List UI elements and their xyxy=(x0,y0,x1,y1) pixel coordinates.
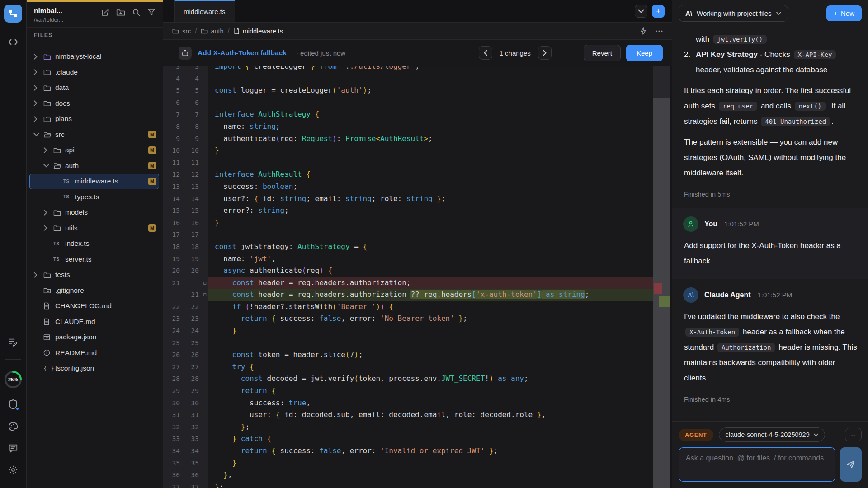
code-line[interactable]: 1515 error?: string; xyxy=(163,205,653,217)
code-line[interactable]: 1212interface AuthResult { xyxy=(163,169,653,181)
code-line[interactable]: 2424 } xyxy=(163,325,653,337)
code-line[interactable]: 2828 const decoded = jwt.verify(token, p… xyxy=(163,373,653,385)
tree-item-package-json[interactable]: package.json xyxy=(29,329,159,345)
diff-title[interactable]: Add X-Auth-Token fallback xyxy=(198,49,287,57)
code-line[interactable]: 88 name: string; xyxy=(163,121,653,133)
code-line[interactable]: 3131 user: { id: decoded.sub, email: dec… xyxy=(163,409,653,421)
breadcrumb-auth[interactable]: auth xyxy=(201,28,223,35)
code-line[interactable]: 99 authenticate(req: Request): Promise<A… xyxy=(163,133,653,145)
editor-scrollbar[interactable] xyxy=(653,66,670,488)
tree-item-plans[interactable]: plans xyxy=(29,111,159,127)
security-shield-icon[interactable] xyxy=(8,399,18,410)
agent-mode-badge[interactable]: AGENT xyxy=(679,429,713,441)
tree-chevron-icon[interactable] xyxy=(33,69,43,75)
tree-chevron-icon[interactable] xyxy=(43,225,53,231)
breadcrumb-file[interactable]: middleware.ts xyxy=(234,28,283,35)
send-button[interactable] xyxy=(840,447,862,482)
tab-list-dropdown-button[interactable] xyxy=(635,5,647,18)
tree-chevron-icon[interactable] xyxy=(33,116,43,122)
code-line[interactable]: 66 xyxy=(163,97,653,109)
tree-item--gitignore[interactable]: .gitignore xyxy=(29,283,159,299)
filter-icon[interactable] xyxy=(147,8,156,17)
app-logo-icon[interactable] xyxy=(4,5,22,23)
code-line[interactable]: 1313 success: boolean; xyxy=(163,181,653,193)
new-session-button[interactable]: + New xyxy=(826,5,862,21)
search-icon[interactable] xyxy=(132,8,141,17)
next-change-button[interactable] xyxy=(538,46,552,60)
tree-item-tsconfig-json[interactable]: { }tsconfig.json xyxy=(29,361,159,376)
tree-item-index-ts[interactable]: TSindex.ts xyxy=(29,236,159,252)
code-line[interactable]: 55const logger = createLogger('auth'); xyxy=(163,84,653,97)
more-options-icon[interactable] xyxy=(656,30,663,32)
tree-chevron-icon[interactable] xyxy=(43,147,53,153)
tree-item--claude[interactable]: .claude xyxy=(29,65,159,80)
tree-item-tests[interactable]: tests xyxy=(29,267,159,283)
code-line[interactable]: 2525 xyxy=(163,337,653,349)
new-file-icon[interactable] xyxy=(101,8,109,17)
code-line[interactable]: 3636 }, xyxy=(163,469,653,481)
new-folder-icon[interactable] xyxy=(116,8,125,17)
tree-item-models[interactable]: models xyxy=(29,205,159,221)
tree-item-src[interactable]: srcM xyxy=(29,127,159,143)
code-line[interactable]: 2626 const token = header.slice(7); xyxy=(163,349,653,361)
tree-item-changelog-md[interactable]: CHANGELOG.md xyxy=(29,298,159,314)
code-line[interactable]: 3535 } xyxy=(163,457,653,469)
tree-item-server-ts[interactable]: TSserver.ts xyxy=(29,252,159,267)
code-line[interactable]: 33import { createLogger } from '../utils… xyxy=(163,66,653,73)
model-selector[interactable]: claude-sonnet-4-5-20250929 xyxy=(719,427,825,442)
quick-actions-bolt-icon[interactable] xyxy=(640,27,646,35)
composer-overflow-button[interactable]: -- xyxy=(845,428,862,441)
tree-chevron-icon[interactable] xyxy=(43,164,53,168)
code-view-icon[interactable] xyxy=(8,38,18,46)
code-line[interactable]: 2020 async authenticate(req) { xyxy=(163,265,653,277)
code-line[interactable]: 3434 return { success: false, error: 'In… xyxy=(163,445,653,457)
keep-button[interactable]: Keep xyxy=(626,45,663,61)
code-line-deleted[interactable]: 21□ const header = req.headers.authoriza… xyxy=(163,277,653,289)
code-line[interactable]: 77interface AuthStrategy { xyxy=(163,108,653,121)
tree-item-utils[interactable]: utilsM xyxy=(29,221,159,236)
tree-item-auth[interactable]: authM xyxy=(29,158,159,174)
code-editor[interactable]: 33import { createLogger } from '../utils… xyxy=(163,66,653,488)
tree-chevron-icon[interactable] xyxy=(33,272,43,278)
revert-button[interactable]: Revert xyxy=(584,45,621,61)
code-line[interactable]: 1818const jwtStrategy: AuthStrategy = { xyxy=(163,241,653,253)
tree-chevron-icon[interactable] xyxy=(43,210,53,216)
code-line[interactable]: 2222 if (!header?.startsWith('Bearer '))… xyxy=(163,301,653,313)
code-line[interactable]: 1414 user?: { id: string; email: string;… xyxy=(163,193,653,205)
code-line[interactable]: 2727 try { xyxy=(163,361,653,373)
prev-change-button[interactable] xyxy=(479,46,492,60)
feedback-chat-icon[interactable] xyxy=(8,443,18,453)
tree-item-middleware-ts[interactable]: TSmiddleware.tsM xyxy=(29,174,159,189)
tree-item-api[interactable]: apiM xyxy=(29,142,159,158)
new-tab-button[interactable]: + xyxy=(652,5,665,18)
code-line[interactable]: 1919 name: 'jwt', xyxy=(163,253,653,265)
breadcrumb-src[interactable]: src xyxy=(172,28,191,35)
code-line[interactable]: 1111 xyxy=(163,157,653,169)
settings-gear-icon[interactable] xyxy=(8,465,18,475)
tree-item-readme-md[interactable]: README.md xyxy=(29,345,159,361)
tree-chevron-icon[interactable] xyxy=(33,100,43,106)
code-line[interactable]: 2929 return { xyxy=(163,385,653,397)
tree-item-data[interactable]: data xyxy=(29,80,159,96)
tree-item-claude-md[interactable]: CLAUDE.md xyxy=(29,314,159,330)
code-line[interactable]: 1010} xyxy=(163,145,653,157)
theme-palette-icon[interactable] xyxy=(8,422,18,432)
code-line-added[interactable]: 21□ const header = req.headers.authoriza… xyxy=(163,289,653,301)
chat-transcript[interactable]: with jwt.verify()2.API Key Strategy - Ch… xyxy=(672,27,868,421)
code-line[interactable]: 3737}; xyxy=(163,481,653,488)
notes-compose-icon[interactable] xyxy=(8,337,18,347)
tree-item-types-ts[interactable]: TStypes.ts xyxy=(29,189,159,205)
code-line[interactable]: 3232 }; xyxy=(163,421,653,433)
chat-input[interactable] xyxy=(679,447,835,482)
code-line[interactable]: 1616} xyxy=(163,217,653,229)
session-selector[interactable]: A\ Working with project files xyxy=(679,5,788,22)
context-usage-ring[interactable]: 25% xyxy=(3,370,23,389)
tree-chevron-icon[interactable] xyxy=(33,85,43,91)
code-line[interactable]: 2323 return { success: false, error: 'No… xyxy=(163,313,653,325)
tree-item-nimbalyst-local[interactable]: nimbalyst-local xyxy=(29,49,159,65)
tree-chevron-icon[interactable] xyxy=(33,132,43,136)
code-line[interactable]: 3030 success: true, xyxy=(163,397,653,409)
code-line[interactable]: 44 xyxy=(163,73,653,85)
tree-item-docs[interactable]: docs xyxy=(29,96,159,112)
code-line[interactable]: 3333 } catch { xyxy=(163,433,653,445)
